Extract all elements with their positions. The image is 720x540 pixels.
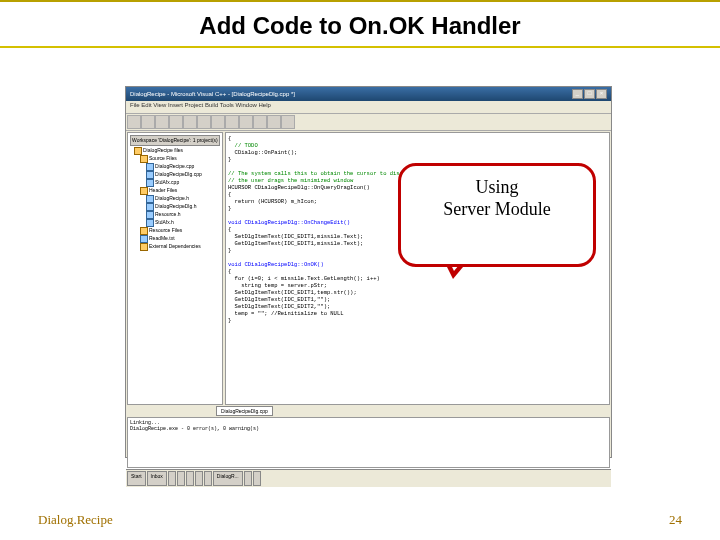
output-pane[interactable]: Linking... DialogRecipe.exe - 0 error(s)… bbox=[127, 417, 610, 468]
folder-icon bbox=[140, 187, 148, 195]
footer-left: Dialog.Recipe bbox=[38, 512, 113, 528]
tool-icon[interactable] bbox=[197, 115, 211, 129]
minimize-icon[interactable]: _ bbox=[572, 89, 583, 99]
taskbar-item[interactable]: DialogR... bbox=[213, 471, 243, 486]
tool-icon[interactable] bbox=[141, 115, 155, 129]
folder-icon bbox=[140, 155, 148, 163]
callout-line2: Server Module bbox=[443, 199, 550, 219]
file-icon bbox=[146, 163, 154, 171]
start-button[interactable]: Start bbox=[127, 471, 146, 486]
file-icon bbox=[146, 171, 154, 179]
ide-window: DialogRecipe - Microsoft Visual C++ - [D… bbox=[125, 86, 612, 458]
taskbar-item[interactable] bbox=[244, 471, 252, 486]
tree-project[interactable]: DialogRecipe files bbox=[130, 147, 220, 155]
tool-icon[interactable] bbox=[169, 115, 183, 129]
tree-folder[interactable]: External Dependencies bbox=[130, 243, 220, 251]
callout-bubble: Using Server Module bbox=[398, 163, 596, 267]
file-icon bbox=[146, 219, 154, 227]
tree-folder[interactable]: Header Files bbox=[130, 187, 220, 195]
tool-icon[interactable] bbox=[211, 115, 225, 129]
file-icon bbox=[146, 195, 154, 203]
tree-file[interactable]: StdAfx.h bbox=[130, 219, 220, 227]
slide-title: Add Code to On.OK Handler bbox=[0, 2, 720, 48]
tree-file[interactable]: StdAfx.cpp bbox=[130, 179, 220, 187]
tree-file[interactable]: DialogRecipe.cpp bbox=[130, 163, 220, 171]
tree-file[interactable]: ReadMe.txt bbox=[130, 235, 220, 243]
tool-icon[interactable] bbox=[253, 115, 267, 129]
taskbar-item[interactable] bbox=[168, 471, 176, 486]
tool-icon[interactable] bbox=[183, 115, 197, 129]
footer-right: 24 bbox=[669, 512, 682, 528]
file-icon bbox=[146, 203, 154, 211]
file-icon bbox=[140, 235, 148, 243]
taskbar-item[interactable] bbox=[177, 471, 185, 486]
tool-icon[interactable] bbox=[127, 115, 141, 129]
workspace-tree[interactable]: Workspace 'DialogRecipe': 1 project(s) D… bbox=[127, 132, 223, 405]
maximize-icon[interactable]: □ bbox=[584, 89, 595, 99]
folder-icon bbox=[134, 147, 142, 155]
menubar[interactable]: File Edit View Insert Project Build Tool… bbox=[126, 101, 611, 113]
taskbar-item[interactable] bbox=[195, 471, 203, 486]
taskbar-item[interactable] bbox=[186, 471, 194, 486]
window-title-text: DialogRecipe - Microsoft Visual C++ - [D… bbox=[130, 91, 295, 97]
taskbar-item[interactable]: Inbox bbox=[147, 471, 167, 486]
tool-icon[interactable] bbox=[155, 115, 169, 129]
output-line: DialogRecipe.exe - 0 error(s), 0 warning… bbox=[130, 426, 607, 432]
tool-icon[interactable] bbox=[225, 115, 239, 129]
folder-icon bbox=[140, 227, 148, 235]
tool-icon[interactable] bbox=[267, 115, 281, 129]
file-icon bbox=[146, 179, 154, 187]
close-icon[interactable]: × bbox=[596, 89, 607, 99]
folder-icon bbox=[140, 243, 148, 251]
editor-tabs[interactable]: DialogRecipeDlg.cpp bbox=[126, 406, 611, 416]
tree-file[interactable]: Resource.h bbox=[130, 211, 220, 219]
tree-folder[interactable]: Resource Files bbox=[130, 227, 220, 235]
tree-folder[interactable]: Source Files bbox=[130, 155, 220, 163]
tree-file[interactable]: DialogRecipeDlg.h bbox=[130, 203, 220, 211]
editor-tab[interactable]: DialogRecipeDlg.cpp bbox=[216, 406, 273, 416]
taskbar[interactable]: Start Inbox DialogR... bbox=[126, 469, 611, 487]
tree-file[interactable]: DialogRecipe.h bbox=[130, 195, 220, 203]
toolbar[interactable] bbox=[126, 113, 611, 131]
titlebar[interactable]: DialogRecipe - Microsoft Visual C++ - [D… bbox=[126, 87, 611, 101]
tree-file[interactable]: DialogRecipeDlg.cpp bbox=[130, 171, 220, 179]
tool-icon[interactable] bbox=[239, 115, 253, 129]
taskbar-item[interactable] bbox=[204, 471, 212, 486]
callout-line1: Using bbox=[475, 177, 518, 197]
tree-header: Workspace 'DialogRecipe': 1 project(s) bbox=[130, 135, 220, 146]
file-icon bbox=[146, 211, 154, 219]
taskbar-item[interactable] bbox=[253, 471, 261, 486]
tool-icon[interactable] bbox=[281, 115, 295, 129]
